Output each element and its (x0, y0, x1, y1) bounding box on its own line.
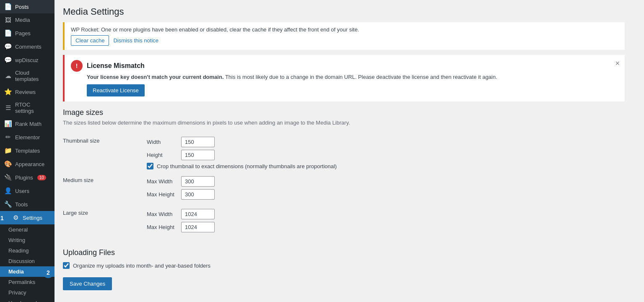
license-mismatch-notice: × ! License Mismatch Your license key do… (63, 55, 625, 102)
wp-rocket-notice-text: WP Rocket: One or more plugins have been… (71, 26, 359, 33)
settings-submenu: General Writing Reading Discussion Media… (0, 224, 55, 302)
page-title: Media Settings (63, 6, 625, 17)
uploading-files-title: Uploading Files (63, 248, 625, 257)
sidebar-label-templates: Templates (15, 148, 40, 154)
sidebar-item-wpdiscuz[interactable]: 💬 wpDiscuz (0, 53, 55, 67)
sidebar-item-templates[interactable]: 📁 Templates (0, 144, 55, 157)
sidebar-label-wpdiscuz: wpDiscuz (15, 57, 39, 63)
main-content: Media Settings WP Rocket: One or more pl… (55, 0, 644, 302)
plugins-badge: 10 (37, 175, 46, 180)
medium-fields: Max Width Max Height (147, 173, 625, 206)
rtoc-icon: ☰ (4, 104, 12, 112)
sidebar-label-reviews: Reviews (15, 89, 36, 95)
thumbnail-row: Thumbnail size Width Height Crop thumbna… (63, 133, 625, 173)
medium-maxwidth-input[interactable] (181, 176, 215, 187)
organize-uploads-label: Organize my uploads into month- and year… (73, 263, 210, 269)
large-maxwidth-label: Max Width (147, 211, 176, 217)
sidebar-label-appearance: Appearance (15, 161, 44, 167)
sidebar-label-posts: Posts (15, 4, 29, 10)
sidebar-item-cloud-templates[interactable]: ☁ Cloud templates (0, 67, 55, 85)
wp-rocket-notice: WP Rocket: One or more plugins have been… (63, 22, 625, 50)
submenu-item-general[interactable]: General (0, 224, 55, 235)
sidebar-item-rtoc-settings[interactable]: ☰ RTOC settings (0, 99, 55, 117)
sidebar-item-comments[interactable]: 💬 Comments (0, 40, 55, 53)
license-body-strong: Your license key doesn't match your curr… (87, 74, 224, 80)
medium-maxheight-label: Max Height (147, 191, 176, 198)
plugins-icon: 🔌 (4, 174, 12, 181)
sidebar-label-media: Media (15, 17, 30, 23)
sidebar-item-tools[interactable]: 🔧 Tools (0, 198, 55, 211)
posts-icon: 📄 (4, 3, 12, 10)
save-changes-button[interactable]: Save Changes (63, 277, 112, 290)
large-label: Large size (63, 206, 147, 238)
sidebar-item-pages[interactable]: 📄 Pages (0, 26, 55, 40)
close-notice-button[interactable]: × (615, 59, 620, 68)
large-fields: Max Width Max Height (147, 206, 625, 238)
thumbnail-crop-label: Crop thumbnail to exact dimensions (norm… (157, 163, 337, 169)
pages-icon: 📄 (4, 29, 12, 37)
sidebar-item-users[interactable]: 👤 Users (0, 184, 55, 198)
sidebar-label-rtoc: RTOC settings (15, 102, 50, 114)
thumbnail-height-input[interactable] (181, 150, 215, 160)
sidebar-label-cloud-templates: Cloud templates (15, 70, 50, 82)
organize-uploads-checkbox[interactable] (63, 262, 70, 269)
thumbnail-crop-checkbox[interactable] (147, 163, 153, 169)
sidebar: 📄 Posts 🖼 Media 📄 Pages 💬 Comments 💬 wpD… (0, 0, 55, 302)
sidebar-item-plugins[interactable]: 🔌 Plugins 10 (0, 171, 55, 184)
sidebar-label-users: Users (15, 188, 29, 194)
sidebar-label-elementor: Elementor (15, 134, 40, 141)
license-mismatch-title: License Mismatch (87, 62, 145, 70)
thumbnail-fields: Width Height Crop thumbnail to exact dim… (147, 133, 625, 173)
submenu-item-reading[interactable]: Reading (0, 245, 55, 256)
medium-maxheight-input[interactable] (181, 189, 215, 200)
users-icon: 👤 (4, 187, 12, 195)
license-error-icon: ! (71, 60, 83, 72)
sidebar-label-tools: Tools (15, 201, 28, 208)
dismiss-notice-link[interactable]: Dismiss this notice (113, 37, 158, 44)
thumbnail-width-input[interactable] (181, 137, 215, 147)
reviews-icon: ⭐ (4, 88, 12, 96)
sidebar-item-elementor[interactable]: ✏ Elementor (0, 130, 55, 144)
sidebar-item-posts[interactable]: 📄 Posts (0, 0, 55, 13)
license-mismatch-body: Your license key doesn't match your curr… (71, 74, 618, 80)
sidebar-label-comments: Comments (15, 44, 42, 50)
image-sizes-title: Image sizes (63, 108, 625, 117)
medium-label: Medium size (63, 173, 147, 206)
sidebar-item-rank-math[interactable]: 📊 Rank Math (0, 117, 55, 130)
large-row: Large size Max Width Max Height (63, 206, 625, 238)
submenu-item-permalinks[interactable]: Permalinks (0, 277, 55, 287)
sidebar-item-settings[interactable]: ⚙ Settings (0, 211, 55, 224)
large-maxheight-input[interactable] (181, 222, 215, 232)
thumbnail-height-label: Height (147, 152, 176, 158)
submenu-item-privacy[interactable]: Privacy (0, 287, 55, 298)
image-sizes-table: Thumbnail size Width Height Crop thumbna… (63, 133, 625, 238)
rank-math-icon: 📊 (4, 120, 12, 128)
thumbnail-width-label: Width (147, 139, 176, 145)
large-maxwidth-input[interactable] (181, 209, 215, 219)
sidebar-item-media[interactable]: 🖼 Media (0, 13, 55, 26)
elementor-icon: ✏ (4, 133, 12, 141)
reactivate-license-button[interactable]: Reactivate License (87, 84, 145, 96)
tools-icon: 🔧 (4, 200, 12, 208)
sidebar-label-rank-math: Rank Math (15, 121, 42, 127)
comments-icon: 💬 (4, 43, 12, 50)
medium-maxwidth-label: Max Width (147, 178, 176, 185)
large-maxheight-label: Max Height (147, 224, 176, 230)
annotation-circle-2: 2 (43, 267, 54, 278)
templates-icon: 📁 (4, 147, 12, 154)
appearance-icon: 🎨 (4, 160, 12, 168)
cloud-templates-icon: ☁ (4, 72, 12, 80)
sidebar-item-appearance[interactable]: 🎨 Appearance (0, 157, 55, 171)
sidebar-label-plugins: Plugins (15, 174, 33, 181)
media-icon: 🖼 (4, 16, 12, 23)
sidebar-label-pages: Pages (15, 30, 31, 36)
submenu-item-discussion[interactable]: Discussion (0, 256, 55, 266)
wpdiscuz-icon: 💬 (4, 56, 12, 64)
clear-cache-button[interactable]: Clear cache (71, 35, 109, 46)
submenu-item-header-footer-scripts[interactable]: Header and Footer Scripts (0, 298, 55, 302)
sidebar-item-reviews[interactable]: ⭐ Reviews (0, 85, 55, 99)
sidebar-label-settings: Settings (23, 215, 42, 221)
submenu-item-writing[interactable]: Writing (0, 235, 55, 245)
image-sizes-desc: The sizes listed below determine the max… (63, 120, 625, 126)
thumbnail-label: Thumbnail size (63, 133, 147, 173)
